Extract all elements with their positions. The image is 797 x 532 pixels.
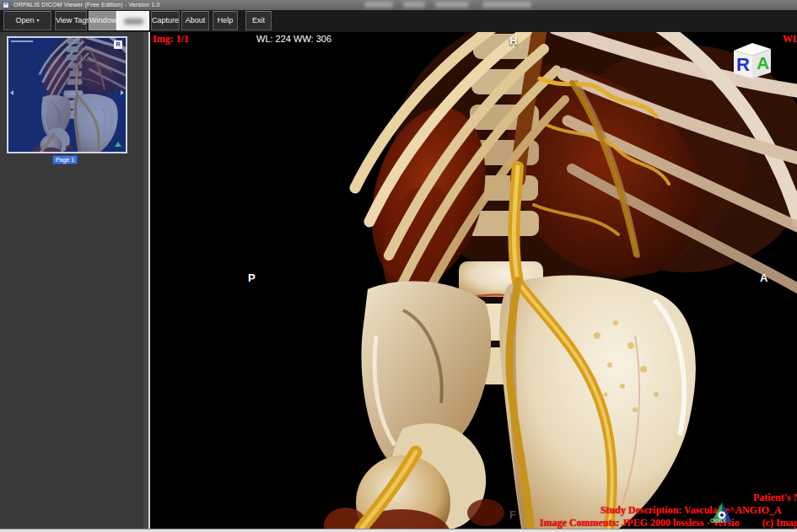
page-label[interactable]: Page 1 [52,155,78,164]
redacted-button[interactable] [116,11,149,30]
cube-front-label: R [736,54,750,75]
top-right-clipped-overlay: WL [783,33,797,46]
dicom-viewport[interactable]: Img: 1/1 WL: 224 WW: 306 WL H P A F R A … [150,32,797,529]
window-button[interactable]: Window [89,11,116,30]
thumbnail-sidebar: R Page 1 [0,32,150,529]
thumbnail-right-arrow-icon [121,90,124,95]
capture-button[interactable]: Capture [151,11,180,30]
orientation-cube-icon[interactable]: R A [727,39,776,79]
osirix-logo-label: OsiriX [710,518,726,524]
study-description-overlay: Study Description: Vasculaire^ANGIO_A [600,504,782,517]
sidebar-scroll-track[interactable] [143,32,148,529]
title-bar: ORPALIS DICOM Viewer (Free Edition) - Ve… [0,0,797,10]
thumbnail-osirix-icon [115,142,121,147]
chevron-down-icon: ▾ [37,18,40,23]
orientation-marker-a: A [760,271,767,284]
thumbnail-blue-tint [8,38,126,152]
orientation-marker-f: F [509,508,516,521]
redacted-blur [364,2,393,8]
about-button[interactable]: About [181,11,209,30]
window-bottom-border [0,529,797,532]
osirix-logo-icon: OsiriX [709,501,736,529]
toolbar: Open▾ View Tags Window Capture About Hel… [0,10,797,32]
help-button[interactable]: Help [213,11,238,30]
view-tags-button[interactable]: View Tags [55,11,87,30]
redacted-blur [124,19,143,24]
thumbnail-orientation-cube-icon: R [114,40,122,49]
redacted-blur [482,2,531,8]
thumbnail-left-arrow-icon [10,90,13,95]
app-window: ORPALIS DICOM Viewer (Free Edition) - Ve… [0,0,797,532]
cube-side-label: A [757,53,769,73]
open-button[interactable]: Open▾ [3,11,51,30]
open-button-label: Open [15,16,34,24]
redacted-blur [435,2,469,8]
orientation-marker-p: P [248,271,256,284]
thumbnail-overlay-text [11,40,33,42]
window-level-overlay: WL: 224 WW: 306 [256,34,331,44]
series-thumbnail[interactable]: R [7,36,127,153]
image-comments-overlay: Image Comments: JPEG 2000 lossless - Ver… [540,517,797,529]
window-title: ORPALIS DICOM Viewer (Free Edition) - Ve… [13,2,160,8]
app-icon [3,2,9,8]
patient-name-overlay: Patient's N [753,492,797,504]
exit-button[interactable]: Exit [245,11,272,30]
orientation-marker-h: H [509,35,517,47]
image-comments-tail: (c) Imag [762,517,797,529]
redacted-blur [403,2,425,8]
image-index-overlay: Img: 1/1 [153,33,189,46]
